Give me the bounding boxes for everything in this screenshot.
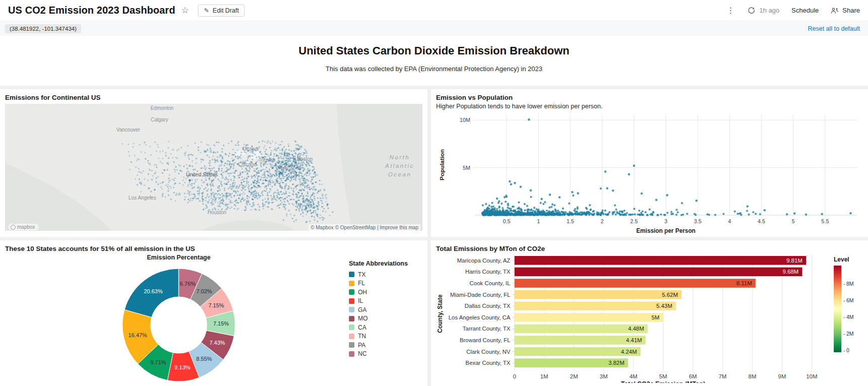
svg-text:8M: 8M <box>748 373 756 379</box>
legend-title: State Abbreviations <box>349 260 408 267</box>
legend-label: MO <box>358 315 368 322</box>
map-container: EdmontonCalgaryVancouverOttawaTorontoChi… <box>5 104 422 233</box>
legend-swatch <box>349 298 354 304</box>
top-bar: US CO2 Emission 2023 Dashboard ☆ ✎ Edit … <box>0 0 868 21</box>
bar-row[interactable]: Broward County, FL4.41M <box>460 336 645 345</box>
scatter-panel-subtitle: Higher Population tends to have lower em… <box>436 102 863 110</box>
bar-row[interactable]: Miami-Dade County, FL5.62M <box>450 290 682 299</box>
donut-chart[interactable]: 20.63%16.47%9.71%9.13%8.55%7.43%7.15%7.1… <box>108 262 249 386</box>
bar-2 <box>515 279 756 288</box>
dashboard-title: US CO2 Emission 2023 Dashboard <box>8 5 175 16</box>
edit-draft-button[interactable]: ✎ Edit Draft <box>198 5 245 17</box>
bar-row[interactable]: Los Angeles County, CA5M <box>449 313 663 322</box>
svg-text:5: 5 <box>792 218 795 224</box>
bars-y-title: County, State <box>437 294 444 333</box>
svg-text:7M: 7M <box>718 373 727 379</box>
reset-all-link[interactable]: Reset all to default <box>808 25 863 32</box>
capital-marker <box>189 179 191 181</box>
schedule-button[interactable]: Schedule <box>791 7 819 14</box>
bars-panel: Total Emissions by MTon of CO2e 01M2M3M4… <box>431 240 868 386</box>
share-users-icon <box>831 7 839 14</box>
map-attribution: © Mapbox © OpenStreetMap | Improve this … <box>309 224 420 231</box>
legend-label: FL <box>358 280 365 287</box>
legend-item-NC[interactable]: NC <box>349 350 408 359</box>
legend-swatch <box>349 281 354 286</box>
legend-swatch <box>349 316 354 321</box>
bar-4 <box>515 301 676 310</box>
bar-row[interactable]: Tarrant County, TX4.48M <box>463 325 648 334</box>
share-button[interactable]: Share <box>831 7 860 14</box>
svg-text:5.5: 5.5 <box>821 218 829 224</box>
coordinates-filter-chip[interactable]: (38.481922, -101.347434) <box>5 24 81 33</box>
bar-category-label: Miami-Dade County, FL <box>450 292 511 298</box>
scatter-points <box>481 118 852 216</box>
legend-item-PA[interactable]: PA <box>349 341 408 350</box>
svg-text:3.5: 3.5 <box>694 218 701 224</box>
dashboard-header: United States Carbon Dioxide Emission Br… <box>0 36 868 86</box>
pencil-icon: ✎ <box>204 7 209 14</box>
bar-row[interactable]: Clark County, NV4.24M <box>466 347 640 356</box>
pie-slice-label: 6.76% <box>180 281 195 287</box>
bar-row[interactable]: Maricopa County, AZ9.81M <box>457 256 806 265</box>
legend-swatch <box>349 289 354 295</box>
legend-item-CA[interactable]: CA <box>349 323 408 332</box>
mapbox-logo[interactable]: mapbox <box>8 224 39 230</box>
pie-slice-label: 16.47% <box>128 332 148 338</box>
bar-value-label: 8.11M <box>737 280 752 286</box>
bar-category-label: Broward County, FL <box>460 337 511 343</box>
bar-row[interactable]: Dallas County, TX5.43M <box>465 301 676 310</box>
colorbar-tick: 4M <box>843 314 854 319</box>
legend-item-GA[interactable]: GA <box>349 305 408 314</box>
ocean-label: Atlantic <box>385 163 414 169</box>
legend-label: TN <box>358 333 366 340</box>
svg-text:9M: 9M <box>778 373 786 379</box>
legend-label: OH <box>358 289 367 296</box>
emissions-map[interactable]: EdmontonCalgaryVancouverOttawaTorontoChi… <box>5 104 422 231</box>
city-label: Los Angeles <box>128 195 156 201</box>
bar-value-label: 5M <box>652 314 660 320</box>
refresh-control[interactable]: 1h ago <box>748 7 779 14</box>
favorite-star-icon[interactable]: ☆ <box>181 5 189 16</box>
legend-item-TN[interactable]: TN <box>349 332 408 341</box>
bar-value-label: 5.43M <box>656 303 672 309</box>
overflow-menu-icon[interactable]: ⋮ <box>726 6 736 15</box>
pie-slice-label: 8.55% <box>196 356 212 362</box>
map-panel: Emissions for Continental US EdmontonCal… <box>0 89 427 237</box>
pie-slice-label: 9.71% <box>151 359 166 365</box>
colorbar-title: Level <box>834 256 863 263</box>
city-label: Vancouver <box>116 127 140 133</box>
bar-chart[interactable]: 01M2M3M4M5M6M7M8M9M10MMaricopa County, A… <box>436 254 834 383</box>
legend-item-TX[interactable]: TX <box>349 270 408 279</box>
legend-item-FL[interactable]: FL <box>349 279 408 288</box>
improve-map-link[interactable]: Improve this map <box>380 225 418 230</box>
bar-category-label: Maricopa County, AZ <box>457 258 511 264</box>
map-panel-title: Emissions for Continental US <box>5 93 422 102</box>
svg-text:10M: 10M <box>460 117 470 123</box>
svg-text:4.5: 4.5 <box>758 218 765 224</box>
bar-value-label: 4.24M <box>621 349 637 355</box>
bar-category-label: Bexar County, TX <box>466 360 511 366</box>
bar-category-label: Cook County, IL <box>470 280 511 286</box>
bar-row[interactable]: Harris County, TX9.68M <box>465 268 803 277</box>
scatter-chart[interactable]: 0.511.522.533.544.555.55M10MEmission per… <box>436 110 863 236</box>
bar-row[interactable]: Cook County, IL8.11M <box>470 279 756 288</box>
legend-label: TX <box>358 271 366 278</box>
bar-value-label: 4.41M <box>626 337 642 343</box>
legend-item-IL[interactable]: IL <box>349 297 408 306</box>
colorbar-tick: 8M <box>843 281 854 286</box>
colorbar-tick: 6M <box>843 298 854 303</box>
legend-item-OH[interactable]: OH <box>349 288 408 297</box>
svg-text:0: 0 <box>513 373 516 379</box>
ocean-label: Ocean <box>388 171 411 177</box>
pie-slice-label: 7.15% <box>213 320 229 327</box>
legend-item-MO[interactable]: MO <box>349 314 408 324</box>
bar-row[interactable]: Bexar County, TX3.82M <box>466 358 628 367</box>
city-label: Toronto <box>259 157 276 163</box>
bar-1 <box>515 268 803 277</box>
bar-0 <box>515 256 806 265</box>
scatter-panel-title: Emission vs Population <box>436 93 863 102</box>
donut-panel-title: These 10 States accounts for 51% of all … <box>5 244 422 253</box>
svg-text:3M: 3M <box>600 373 608 379</box>
refresh-icon <box>748 7 755 14</box>
bar-5 <box>515 313 663 322</box>
